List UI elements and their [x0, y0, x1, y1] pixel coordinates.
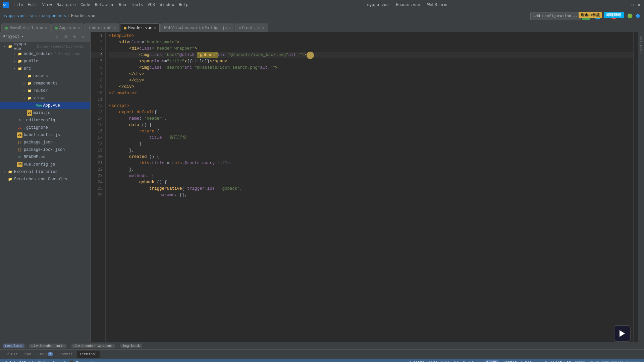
tab-close[interactable]: ✕ [229, 26, 231, 30]
status-position[interactable]: 4:37 [428, 360, 437, 362]
breadcrumb-pill-div-main[interactable]: div.header_main [29, 344, 66, 348]
tree-item[interactable]: {}package.json [0, 139, 90, 146]
tree-item[interactable]: ▾📁External Libraries [0, 168, 90, 176]
safari-icon[interactable]: 🟢 [627, 13, 633, 19]
status-config[interactable]: Config [503, 360, 517, 362]
window-title: myapp-vue – Header.vue – WebStorm [191, 3, 623, 7]
status-git[interactable]: ⎇ Git [3, 360, 16, 362]
line-number: 4 [91, 52, 103, 58]
status-npm[interactable]: npm [19, 360, 26, 362]
status-chars: 4 chars [409, 360, 424, 362]
tab-indexhtml[interactable]: index.html ✕ [84, 23, 119, 32]
breadcrumb-pill-img-back[interactable]: img.back [120, 344, 142, 348]
breadcrumb-src[interactable]: src [30, 14, 37, 18]
status-terminal[interactable]: ⬛ Terminal [69, 360, 94, 362]
menu-code[interactable]: Code [78, 2, 92, 8]
sidebar-close-btn[interactable]: ✕ [80, 34, 86, 40]
bottom-tab-todo[interactable]: TODO 6 [35, 351, 55, 358]
tab-close[interactable]: ✕ [114, 26, 116, 30]
status-todo[interactable]: 6: TODO [29, 360, 45, 362]
minimize-button[interactable]: ─ [623, 3, 628, 7]
line-number: 21 [91, 160, 103, 167]
tree-item[interactable]: VueApp.vue [0, 102, 90, 109]
code-line: </div> [109, 84, 633, 90]
status-crlf[interactable]: CRLF [441, 360, 450, 362]
tree-item[interactable]: ▾📁myapp-vueD:\workspace\tit\myap... [0, 43, 90, 50]
tree-item[interactable]: ▾📁src [0, 65, 90, 72]
tab-newsdetail[interactable]: NewsDetail.vue ✕ [1, 23, 51, 32]
menu-view[interactable]: View [40, 2, 54, 8]
maximize-button[interactable]: □ [630, 3, 635, 7]
menu-navigate[interactable]: Navigate [54, 2, 78, 8]
tab-close[interactable]: ✕ [78, 26, 80, 30]
code-line: </div> [109, 71, 633, 77]
menu-window[interactable]: Window [158, 2, 176, 8]
menu-file[interactable]: File [11, 2, 25, 8]
video-button[interactable] [614, 325, 631, 342]
status-charset[interactable]: UTF-8 [454, 360, 465, 362]
tree-item[interactable]: ⎇.gitignore [0, 124, 90, 131]
tab-webview[interactable]: WebViewJavascriptBridge.js ✕ [160, 23, 234, 32]
tab-close[interactable]: ✕ [154, 26, 156, 30]
tree-item[interactable]: ▾📁public [0, 58, 90, 65]
status-indent[interactable]: Ed... [469, 360, 480, 362]
tab-clientjs[interactable]: client.js ✕ [235, 23, 268, 32]
menu-tools[interactable]: Tools [129, 2, 145, 8]
add-config-button[interactable]: Add Configuration... [530, 12, 581, 20]
line-number: 5 [91, 58, 103, 65]
tab-appvue[interactable]: App.vue ✕ [51, 23, 84, 32]
menu-vcs[interactable]: VCS [146, 2, 157, 8]
tab-close[interactable]: ✕ [45, 26, 47, 30]
sidebar-collapse-btn[interactable]: ⊟ [63, 34, 69, 40]
status-event-log[interactable]: Event Log [551, 360, 571, 362]
file-tree[interactable]: ▾📁myapp-vueD:\workspace\tit\myap... ▾📁no… [0, 42, 90, 342]
tree-item[interactable]: ▾📁assets [0, 72, 90, 80]
tree-item[interactable]: M↓README.md [0, 154, 90, 161]
menu-bar[interactable]: File Edit View Navigate Code Refactor Ru… [11, 2, 191, 8]
menu-help[interactable]: Help [177, 2, 191, 8]
tree-item[interactable]: ▾📁router [0, 87, 90, 95]
status-time[interactable]: 17:23 [484, 360, 499, 362]
tree-item[interactable]: 📁Scratches and Consoles [0, 176, 90, 183]
status-spaces[interactable]: 1 mas... [521, 360, 539, 362]
window-controls[interactable]: ─ □ ✕ [623, 3, 641, 7]
close-button[interactable]: ✕ [637, 3, 641, 7]
sidebar-toolbar[interactable]: ⊙ ⊟ ⚙ ✕ [54, 34, 88, 40]
bottom-tab-npm[interactable]: npm [22, 351, 34, 358]
menu-refactor[interactable]: Refactor [93, 2, 116, 8]
tab-headervue[interactable]: Header.vue ✕ [120, 23, 160, 32]
tree-item[interactable]: JSbabel.config.js [0, 131, 90, 139]
line-number: 9 [91, 84, 103, 90]
bottom-tab-terminal[interactable]: Terminal [77, 351, 100, 358]
tree-item-name: src [24, 66, 31, 71]
tab-close[interactable]: ✕ [262, 26, 264, 30]
line-number: 13 [91, 109, 103, 116]
code-area[interactable]: <template> <div class="header_main"> <di… [106, 32, 633, 342]
status-fn[interactable]: Fn [542, 360, 547, 362]
tree-item[interactable]: ▾📁components [0, 80, 90, 87]
sidebar-sync-btn[interactable]: ⊙ [54, 34, 60, 40]
code-line: triggerNative( triggerTips: 'goback', [109, 186, 633, 192]
line-number: 16 [91, 128, 103, 135]
breadcrumb-components[interactable]: components [42, 14, 66, 18]
edge-icon[interactable]: 🔷 [635, 13, 641, 19]
favorites-label[interactable]: Favorites [639, 36, 643, 54]
tree-item[interactable]: ▾📁views [0, 95, 90, 102]
bottom-tab-git[interactable]: ⎇ Git [3, 351, 20, 358]
tree-item-name: package-lock.json [24, 147, 65, 152]
tree-item[interactable]: {}package-lock.json [0, 146, 90, 154]
tree-item[interactable]: ▾📁node_moduleslibrary root [0, 50, 90, 58]
sidebar-settings-btn[interactable]: ⚙ [71, 34, 77, 40]
tree-item[interactable]: ⚙.editorconfig [0, 117, 90, 124]
breadcrumb-project[interactable]: myapp-vue [3, 14, 24, 18]
bottom-breadcrumb: template › div.header_main › div.header_… [0, 342, 644, 349]
menu-run[interactable]: Run [117, 2, 128, 8]
breadcrumb-pill-div-wrapper[interactable]: div.header_wrapper [71, 344, 115, 348]
bottom-tab-commit[interactable]: Commit [57, 351, 75, 358]
folder-icon: 📁 [17, 66, 22, 71]
tree-item[interactable]: JSvue.config.js [0, 161, 90, 168]
status-commit[interactable]: ✓ Commit [48, 360, 66, 362]
breadcrumb-pill-template[interactable]: template [3, 344, 24, 348]
menu-edit[interactable]: Edit [26, 2, 40, 8]
tree-item[interactable]: JSmain.js [0, 109, 90, 117]
